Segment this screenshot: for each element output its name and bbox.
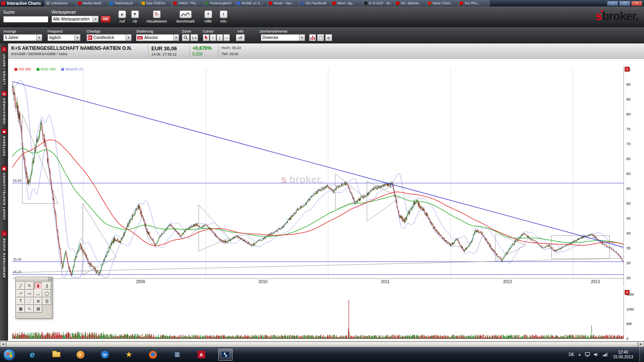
filled-rect-tool[interactable]: ▮: [34, 282, 43, 290]
ok-button[interactable]: OK: [101, 16, 111, 23]
clock[interactable]: 12:40 15.06.2013: [613, 350, 633, 360]
close-chart-button[interactable]: ×: [625, 67, 630, 72]
cursor-crosshair-button[interactable]: +: [210, 34, 216, 41]
zoom-reset-button[interactable]: 1:1: [190, 34, 198, 41]
info-button[interactable]: i Info: [217, 10, 229, 23]
speaker-icon[interactable]: [594, 352, 599, 357]
search-input[interactable]: [3, 16, 48, 23]
firefox-icon-slot[interactable]: [146, 349, 160, 361]
help-button[interactable]: ? Hilfe: [201, 10, 215, 23]
browser-tab[interactable]: You Pho...: [458, 0, 490, 6]
refresh-button[interactable]: ↻ Aktualisieren: [143, 10, 170, 23]
indicator-columns-button[interactable]: [309, 34, 316, 41]
price-chart[interactable]: s broker.56,8630,4626,162009201020112012…: [12, 66, 624, 287]
sidebar-item-indikatoren[interactable]: ▤INDIKATOREN: [0, 91, 8, 124]
close-button[interactable]: ×: [631, 1, 642, 6]
display-range-select[interactable]: 5 Jahre ▼: [3, 34, 42, 41]
browser-tab[interactable]: Heute - Nac...: [267, 0, 299, 6]
tab-title: Heute - Nac...: [273, 1, 294, 5]
arrow-tool[interactable]: ↗: [17, 290, 25, 297]
browser-tab[interactable]: Wenn Jap...: [331, 0, 363, 6]
window-title: Interactive Charts: [7, 1, 41, 6]
zoom-button[interactable]: [182, 34, 190, 41]
explorer-folder-icon-slot[interactable]: [49, 349, 64, 361]
maximize-button[interactable]: □: [619, 1, 630, 6]
info-toggle-button[interactable]: off: [236, 34, 245, 41]
cursor-horizontal-line-button[interactable]: —: [223, 34, 230, 41]
palette-close-button[interactable]: ×: [48, 278, 52, 281]
browser-tab[interactable]: Telefonbuch: [108, 0, 140, 6]
rectangle-tool[interactable]: ▭: [25, 290, 34, 297]
parallel-lines-tool[interactable]: ∥: [43, 282, 51, 290]
cursor-vertical-line-button[interactable]: |: [217, 34, 223, 41]
browser-tab[interactable]: Das Örtliche: [140, 0, 172, 6]
grid-tool[interactable]: ▦: [17, 305, 25, 313]
browser-tab[interactable]: DE: aktivste...: [394, 0, 426, 6]
start-button[interactable]: [3, 349, 15, 361]
palette-title-bar[interactable]: ×: [16, 277, 52, 282]
legend-item[interactable]: EGD 200: [37, 67, 56, 71]
pencil-tool[interactable]: ✎: [25, 282, 34, 290]
browser-tab[interactable]: K+S KGF - W...: [363, 0, 394, 6]
display-icon[interactable]: [585, 352, 590, 357]
bookmark-star-icon-slot[interactable]: ★: [122, 349, 136, 361]
scroll-right-button[interactable]: ►: [638, 341, 644, 347]
chart-app-icon-slot[interactable]: ▚: [218, 349, 233, 361]
news-button[interactable]: [317, 34, 324, 41]
sidebar-item-chart-einstellungen[interactable]: ▦CHART EINSTELLUNGEN: [0, 166, 8, 220]
tab-title: Wenn Jap...: [337, 1, 355, 5]
fibonacci-tool[interactable]: ≣: [34, 298, 43, 305]
security-type-select[interactable]: Alle Wertpapierarten ▼: [52, 16, 99, 23]
browser-tab[interactable]: MAME on S...: [235, 0, 267, 6]
benchmark-chart-icon: [180, 10, 192, 18]
settings-button[interactable]: ◎: [325, 34, 332, 41]
freehand-tool[interactable]: ∿: [25, 305, 34, 313]
benchmark-button[interactable]: Benchmark: [173, 10, 198, 23]
chart-type-select[interactable]: Candlestick ▼: [87, 34, 132, 41]
browser-tab[interactable]: Unbekannt: [45, 0, 76, 6]
refresh-icon: ↻: [153, 10, 161, 18]
scrollbar-thumb[interactable]: [6, 341, 638, 347]
ellipse-tool[interactable]: ◯: [43, 290, 51, 297]
vertical-lines-tool[interactable]: |||: [43, 298, 51, 305]
keyboard-language-indicator[interactable]: DE: [569, 352, 574, 357]
text-tool[interactable]: T: [17, 298, 25, 305]
line-tool[interactable]: ╱: [17, 282, 25, 290]
scroll-down-button[interactable]: ▼ Ab: [129, 10, 141, 23]
close-volume-button[interactable]: ×: [625, 290, 630, 295]
legend-item[interactable]: BBands 20: [61, 67, 83, 71]
legend-item[interactable]: GD 200: [14, 67, 31, 71]
browser-tab[interactable]: Preisvergleich: [204, 0, 235, 6]
internet-explorer-icon-slot[interactable]: e: [25, 349, 39, 361]
adobe-reader-icon-slot[interactable]: A: [194, 349, 208, 361]
browser-tab[interactable]: Neue Chart...: [426, 0, 458, 6]
hp-icon-slot[interactable]: hp: [97, 349, 112, 361]
minimize-button[interactable]: –: [607, 1, 618, 6]
arc-tool[interactable]: ◡: [34, 290, 43, 297]
eraser-tool[interactable]: ▨: [34, 305, 43, 313]
cursor-pointer-button[interactable]: [203, 34, 209, 41]
price-axis-tick: 45: [626, 216, 641, 220]
network-icon[interactable]: [603, 352, 608, 357]
sidebar-item-patterns[interactable]: ◆PATTERNS: [0, 129, 8, 156]
quote-timestamp: 14.06. 17:35:12: [151, 52, 177, 56]
hidden-icons-chevron-icon[interactable]: ▲: [578, 353, 581, 356]
drawing-elements-select[interactable]: Dreiecke ▼: [261, 34, 305, 41]
scaling-select[interactable]: abs Absolut ▼: [136, 34, 179, 41]
sidebar-item-erweiterte-suche[interactable]: ○ERWEITERTE SUCHE: [0, 231, 8, 278]
browser-tab[interactable]: Media Markt: [76, 0, 108, 6]
scroll-down-label: Ab: [129, 19, 141, 23]
browser-tab[interactable]: GG Facebook: [299, 0, 331, 6]
chart-horizontal-scrollbar[interactable]: ◄ ►: [0, 341, 644, 347]
media-player-icon-slot[interactable]: ▸: [73, 349, 88, 361]
trend-channel-tool[interactable]: ⋰: [25, 298, 34, 305]
show-desktop-button[interactable]: [639, 347, 643, 362]
volume-chart[interactable]: [12, 289, 624, 339]
scroll-left-button[interactable]: ◄: [0, 341, 6, 347]
frequency-select[interactable]: täglich ▼: [47, 34, 80, 41]
info-icon: i: [220, 10, 227, 18]
utility-icon-slot[interactable]: ≣: [170, 349, 184, 361]
sidebar-item-listen-depot[interactable]: ≡LISTEN / DEPOT: [0, 47, 8, 84]
browser-tab[interactable]: ANNO: The...: [172, 0, 204, 6]
scroll-up-button[interactable]: ▲ Auf: [116, 10, 128, 23]
